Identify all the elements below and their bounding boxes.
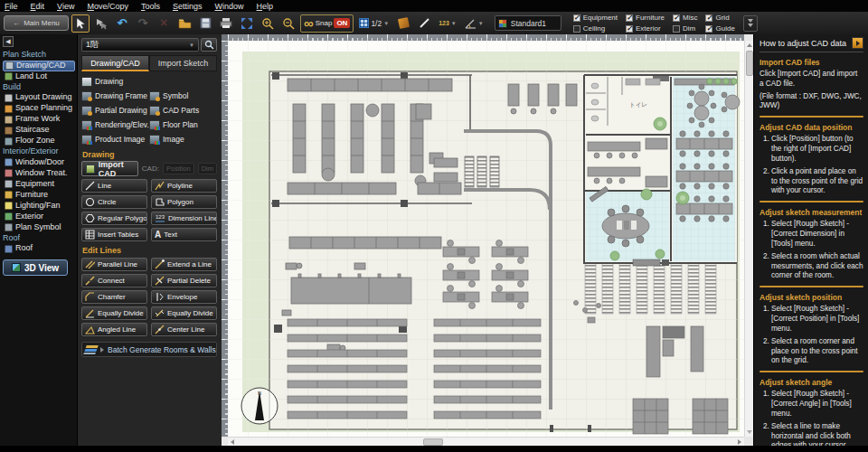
tab-drawing-cad[interactable]: Drawing/CAD [81,55,149,71]
open-file-button[interactable] [175,14,193,33]
library-drawing[interactable]: Drawing [81,75,123,88]
sidebar-item-lighting-fan[interactable]: Lighting/Fan [3,201,75,212]
library-floor-plan[interactable]: Floor Plan [149,118,217,131]
menu-window[interactable]: Window [215,2,244,11]
tab-import-sketch[interactable]: Import Sketch [149,55,217,71]
menu-edit[interactable]: Edit [31,2,45,11]
sidebar-item-drawing-cad[interactable]: Drawing/CAD [3,61,75,71]
tool-chamfer-button[interactable]: Chamfer [81,290,147,304]
library-drawing-frame[interactable]: Drawing Frame [81,89,149,102]
undo-icon: ↶ [118,17,127,29]
checkbox-ceiling[interactable]: ✓Ceiling [573,24,618,33]
zoom-in-button[interactable] [259,14,277,33]
sidebar-item-frame-work[interactable]: Frame Work [3,114,75,125]
tool-equally-divide-button[interactable]: Equally Divide [151,306,217,320]
checkbox-exterior[interactable]: ✓Exterior [626,24,665,33]
sidebar-item-furniture[interactable]: Furniture [3,190,75,201]
menu-settings[interactable]: Settings [173,2,203,11]
floor-search-button[interactable] [201,38,217,52]
select-tool-button[interactable] [71,14,90,33]
checkbox-grid[interactable]: ✓Grid [705,13,734,23]
sidebar-item-window-door[interactable]: Window/Door [3,157,75,168]
toolbar-overflow-button[interactable] [743,15,758,32]
batch-generate-button[interactable]: Batch Generate Rooms & Walls [81,342,217,357]
tool-dimension-lines-button[interactable]: 123Dimension Lines [151,212,217,225]
tool-text-button[interactable]: AText [151,228,217,241]
vertical-scroll-thumb[interactable] [746,51,753,76]
zoom-out-button[interactable] [279,14,297,33]
checkbox-misc[interactable]: ✓Misc [673,13,697,23]
tool-line-button[interactable]: Line [81,179,147,193]
tool-insert-tables-button[interactable]: Insert Tables [81,228,147,241]
grid-scale-dropdown[interactable]: 1/2 ▼ [356,14,392,33]
angle-dropdown[interactable]: ▼ [462,14,486,33]
menu-file[interactable]: File [5,2,18,11]
sidebar-item-staircase[interactable]: Staircase [3,125,75,136]
cad-dim-button[interactable]: Dim [198,163,217,174]
tool-partial-delete-button[interactable]: Partial Delete [151,274,217,287]
tool-polyline-button[interactable]: Polyline [151,179,217,193]
help-step: Click a point and place on to the cross … [771,167,863,196]
floor-plan-canvas[interactable]: トイレ [228,41,744,437]
library-image[interactable]: Image [149,133,217,146]
vertical-scrollbar[interactable] [744,41,753,437]
menu-move-copy[interactable]: Move/Copy [87,2,128,11]
save-button[interactable] [196,14,214,33]
horizontal-scrollbar[interactable] [228,437,744,446]
floor-select[interactable]: 1階▼ [81,38,199,52]
sidebar-item-exterior[interactable]: Exterior [3,212,75,222]
continuous-draw-icon[interactable]: ∞ [304,17,314,29]
tool-envelope-button[interactable]: Envelope [151,290,217,304]
menu-view[interactable]: View [57,2,74,11]
menu-help[interactable]: Help [257,2,274,11]
sidebar-item-equipment[interactable]: Equipment [3,179,75,190]
sidebar-item-space-planning[interactable]: Space Planning [3,103,75,114]
checkbox-furniture[interactable]: ✓Furniture [626,13,665,23]
tool-extend-line-button[interactable]: Extend a Line [151,258,217,271]
tool-connect-button[interactable]: Connect [81,274,147,287]
checkbox-guide[interactable]: ✓Guide [705,24,734,33]
fit-view-button[interactable] [238,14,256,33]
cad-position-button[interactable]: Position [163,163,194,174]
tool-center-line-button[interactable]: Center Line [151,323,217,336]
checkbox-dim[interactable]: ✓Dim [673,24,697,33]
tool-parallel-line-button[interactable]: Parallel Line [81,258,147,271]
horizontal-scroll-thumb[interactable] [423,438,443,446]
print-button[interactable] [217,14,235,33]
sidebar-item-window-treat[interactable]: Window Treat. [3,168,75,179]
help-panel-toggle-button[interactable] [852,37,863,49]
library-product-image[interactable]: Product Image [81,133,149,146]
tool-polygon-button[interactable]: Polygon [151,195,217,209]
multi-select-tool-button[interactable] [92,14,110,33]
tool-regular-polygon-button[interactable]: Regular Polygon [81,212,147,225]
library-symbol[interactable]: Symbol [149,89,217,102]
compass-north-symbol[interactable]: N [241,388,278,424]
sidebar-item-floor-zone[interactable]: Floor Zone [3,136,75,146]
main-menu-button[interactable]: ← Main Menu [4,15,69,31]
import-cad-button[interactable]: Import CAD [81,161,138,176]
sidebar-item-land-lot[interactable]: Land Lot [3,71,75,82]
undo-button[interactable]: ↶ [113,14,131,33]
sidebar-item-roof[interactable]: Roof [3,243,75,254]
tool-circle-button[interactable]: Circle [81,195,147,209]
tool-angled-line-button[interactable]: Angled Line [81,323,147,336]
delete-button[interactable]: × [155,14,173,33]
3d-cube-icon [12,263,21,272]
library-cad-parts[interactable]: CAD Parts [149,104,217,117]
sidebar-item-plan-symbol[interactable]: Plan Symbol [3,222,75,233]
dimension-dropdown[interactable]: 123 ▼ [436,14,459,33]
sidebar-collapse-button[interactable]: ◀ [3,36,14,47]
menu-tools[interactable]: Tools [141,2,160,11]
3d-view-button[interactable]: 3D View [3,259,68,276]
pen-tool-button[interactable] [415,14,433,33]
checkbox-equipment[interactable]: ✓Equipment [573,13,618,23]
layer-select[interactable]: Standard1 [495,15,561,31]
tool-equally-divide-line-button[interactable]: Equally Divide [81,306,147,320]
sidebar-item-layout-drawing[interactable]: Layout Drawing [3,92,75,103]
snap-toggle[interactable]: ON [334,18,350,28]
stamp-tool-button[interactable] [394,14,412,33]
redo-button[interactable]: ↷ [134,14,152,33]
toolbar: ← Main Menu ↶ ↷ × ∞ Snap [0,12,868,34]
library-partial-drawing[interactable]: Partial Drawing [81,104,149,117]
library-rendering-elev[interactable]: Rendering/Elev. [81,118,149,131]
